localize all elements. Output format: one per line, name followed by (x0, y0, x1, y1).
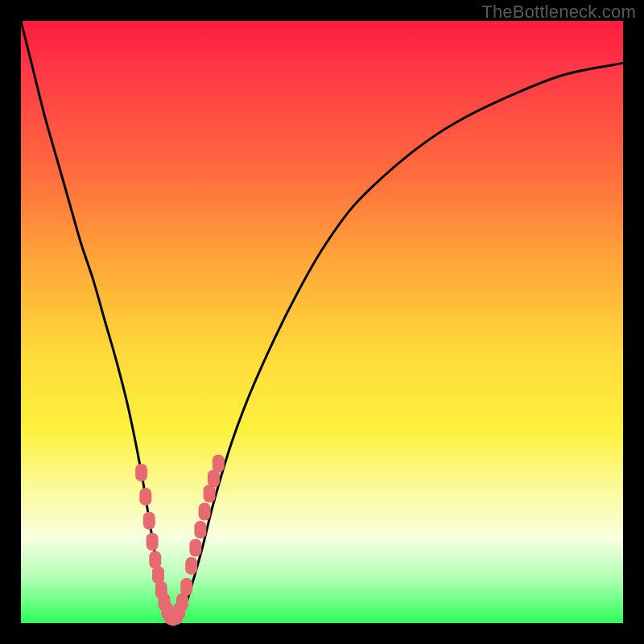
curve-marker (149, 551, 161, 569)
curve-marker (143, 512, 155, 530)
curve-marker (199, 503, 211, 521)
curve-marker (213, 455, 225, 473)
curve-marker (139, 488, 151, 506)
curve-marker (152, 566, 164, 584)
chart-svg (21, 21, 623, 623)
chart-frame: TheBottleneck.com (0, 0, 644, 644)
curve-marker (135, 464, 147, 481)
curve-marker (189, 539, 201, 557)
marker-group (135, 455, 225, 626)
curve-marker (147, 533, 159, 551)
curve-marker (180, 578, 192, 596)
curve-marker (208, 470, 220, 488)
curve-marker (185, 557, 197, 575)
watermark-text: TheBottleneck.com (481, 2, 636, 23)
bottleneck-curve (21, 21, 623, 618)
chart-plot-area (21, 21, 623, 623)
curve-marker (194, 521, 206, 539)
